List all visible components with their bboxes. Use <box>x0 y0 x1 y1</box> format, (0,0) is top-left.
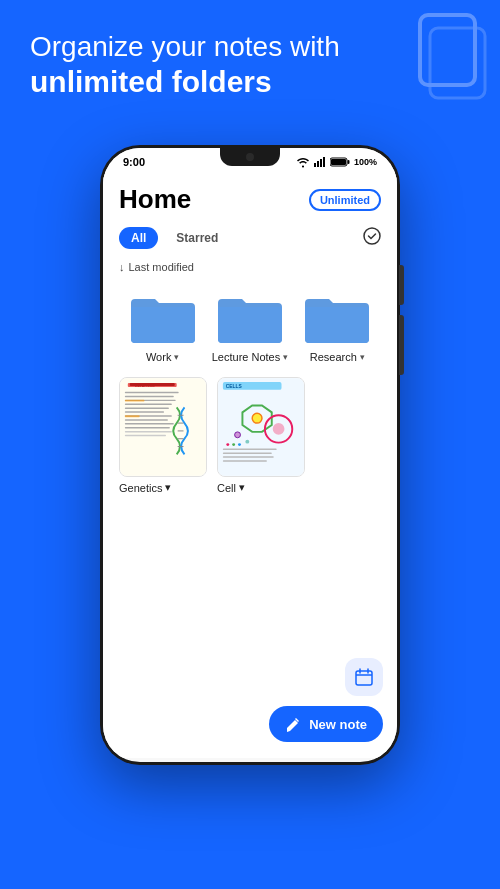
svg-point-9 <box>364 228 380 244</box>
svg-rect-42 <box>223 449 277 450</box>
folders-grid: Work ▾ Lecture Notes ▾ <box>103 283 397 369</box>
phone-mockup: 9:00 <box>100 145 400 765</box>
svg-rect-3 <box>317 161 319 167</box>
chevron-icon: ▾ <box>283 352 288 362</box>
unlimited-badge[interactable]: Unlimited <box>309 189 381 211</box>
fab-secondary-button[interactable] <box>345 658 383 696</box>
new-note-button[interactable]: New note <box>269 706 383 742</box>
folder-research-icon <box>301 289 373 347</box>
svg-rect-31 <box>125 400 145 402</box>
svg-rect-27 <box>125 423 174 424</box>
signal-icon <box>314 157 326 167</box>
svg-rect-26 <box>125 419 168 420</box>
svg-point-40 <box>235 432 241 438</box>
svg-point-37 <box>252 413 262 423</box>
chevron-icon: ▾ <box>165 481 171 494</box>
svg-point-46 <box>226 443 229 446</box>
phone-volume-button <box>399 315 404 375</box>
svg-rect-43 <box>223 452 272 453</box>
svg-rect-28 <box>125 427 170 428</box>
svg-rect-23 <box>125 407 169 408</box>
svg-text:GENETICS: GENETICS <box>135 383 155 388</box>
check-circle-icon[interactable] <box>363 227 381 249</box>
calendar-icon <box>355 668 373 686</box>
battery-icon <box>330 157 350 167</box>
svg-rect-5 <box>323 157 325 167</box>
status-time: 9:00 <box>123 156 145 168</box>
sort-label[interactable]: Last modified <box>129 261 194 273</box>
sort-bar: ↓ Last modified <box>103 257 397 283</box>
notes-grid: GENETICS <box>103 369 397 500</box>
folder-research[interactable]: Research ▾ <box>294 289 381 363</box>
note-genetics[interactable]: GENETICS <box>119 377 207 494</box>
svg-rect-4 <box>320 159 322 167</box>
battery-text: 100% <box>354 157 377 167</box>
note-genetics-label: Genetics ▾ <box>119 481 171 494</box>
folder-lecture-notes[interactable]: Lecture Notes ▾ <box>206 289 293 363</box>
camera-dot <box>246 153 254 161</box>
svg-rect-2 <box>314 163 316 167</box>
folder-lecture-label: Lecture Notes ▾ <box>212 351 288 363</box>
svg-rect-32 <box>125 415 140 417</box>
header-line2: unlimited folders <box>30 64 470 100</box>
svg-point-39 <box>273 423 285 435</box>
note-genetics-thumbnail: GENETICS <box>119 377 207 477</box>
chevron-icon: ▾ <box>360 352 365 362</box>
folder-lecture-icon <box>214 289 286 347</box>
phone-side-button <box>399 265 404 305</box>
filter-bar: All Starred <box>103 223 397 257</box>
svg-point-41 <box>245 440 249 444</box>
folder-research-label: Research ▾ <box>310 351 365 363</box>
status-icons: 100% <box>296 157 377 168</box>
note-cell-thumbnail: CELLS <box>217 377 305 477</box>
svg-rect-29 <box>125 431 172 432</box>
wifi-icon <box>296 157 310 168</box>
new-note-label: New note <box>309 717 367 732</box>
folder-work-label: Work ▾ <box>146 351 179 363</box>
fab-area: New note <box>269 658 383 742</box>
cell-preview: CELLS <box>218 378 304 476</box>
svg-rect-45 <box>223 460 267 461</box>
svg-point-48 <box>238 443 241 446</box>
folder-work[interactable]: Work ▾ <box>119 289 206 363</box>
svg-rect-44 <box>223 456 274 457</box>
tab-all[interactable]: All <box>119 227 158 249</box>
chevron-icon: ▾ <box>174 352 179 362</box>
note-cell-label: Cell ▾ <box>217 481 245 494</box>
svg-rect-15 <box>125 396 174 397</box>
folder-work-icon <box>127 289 199 347</box>
svg-rect-30 <box>125 435 166 436</box>
header-section: Organize your notes with unlimited folde… <box>30 30 470 100</box>
genetics-preview: GENETICS <box>120 378 206 476</box>
app-header: Home Unlimited <box>103 172 397 223</box>
svg-point-47 <box>232 443 235 446</box>
svg-rect-14 <box>125 392 179 393</box>
sort-arrow: ↓ <box>119 261 125 273</box>
note-cell[interactable]: CELLS <box>217 377 305 494</box>
tab-starred[interactable]: Starred <box>164 227 230 249</box>
filter-tabs: All Starred <box>119 227 230 249</box>
svg-text:CELLS: CELLS <box>226 384 243 389</box>
chevron-icon: ▾ <box>239 481 245 494</box>
svg-rect-24 <box>125 411 164 412</box>
svg-rect-49 <box>356 671 372 685</box>
camera-notch <box>220 148 280 166</box>
app-title: Home <box>119 184 191 215</box>
phone-screen: 9:00 <box>103 148 397 762</box>
svg-rect-8 <box>331 159 346 165</box>
edit-icon <box>285 716 301 732</box>
svg-rect-7 <box>347 160 349 164</box>
svg-rect-17 <box>125 404 172 405</box>
header-line1: Organize your notes with <box>30 30 470 64</box>
app-content: Home Unlimited All Starred ↓ <box>103 172 397 758</box>
